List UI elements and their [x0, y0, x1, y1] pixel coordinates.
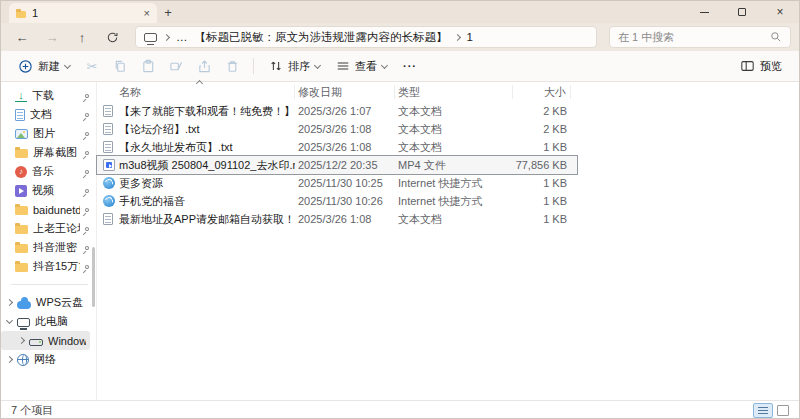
expander-icon[interactable]: [6, 299, 13, 306]
explorer-tab[interactable]: 1 ×: [9, 3, 157, 23]
file-type: MP4 文件: [395, 158, 513, 173]
file-row[interactable]: 【论坛介绍】.txt 2025/3/26 1:08 文本文档 2 KB: [97, 120, 577, 138]
minimize-button[interactable]: [685, 1, 723, 23]
item-count: 7 个项目: [11, 403, 53, 418]
sidebar-item-label: 文档: [30, 107, 80, 122]
back-button[interactable]: ←: [9, 26, 35, 48]
maximize-button[interactable]: [723, 1, 761, 23]
expander-icon[interactable]: [6, 317, 13, 324]
delete-button: [219, 54, 245, 78]
expander-icon[interactable]: [18, 337, 25, 344]
sidebar-item-this-pc[interactable]: 此电脑: [1, 312, 96, 331]
sidebar-item-network[interactable]: 网络: [1, 350, 96, 369]
file-name: 更多资源: [119, 176, 295, 191]
network-icon: [17, 354, 29, 366]
file-row[interactable]: 【永久地址发布页】.txt 2025/3/26 1:08 文本文档 1 KB: [97, 138, 577, 156]
sidebar-item-videos[interactable]: 视频: [1, 181, 96, 200]
sidebar-item-documents[interactable]: 文档: [1, 105, 96, 124]
chevron-down-icon: [314, 61, 321, 68]
breadcrumb-current[interactable]: 1: [467, 31, 473, 43]
view-toggles: [753, 403, 789, 418]
view-button[interactable]: 查看: [329, 55, 394, 78]
expander-icon[interactable]: [6, 356, 13, 363]
circle-plus-icon: [18, 59, 33, 74]
file-date: 2025/11/30 10:25: [295, 177, 395, 189]
file-row[interactable]: 手机党的福音 2025/11/30 10:26 Internet 快捷方式 1 …: [97, 192, 577, 210]
file-row[interactable]: 【来了就能下载和观看！纯免费！】.txt 2025/3/26 1:07 文本文档…: [97, 102, 577, 120]
more-options-button[interactable]: ···: [396, 56, 424, 76]
copy-button: [107, 54, 133, 78]
file-type: 文本文档: [395, 122, 513, 137]
file-list-area: 名称 修改日期 类型 大小 【来了就能下载和观看！纯免费！】.txt 2025/…: [97, 82, 799, 400]
column-header-date[interactable]: 修改日期: [295, 85, 395, 99]
sidebar-item-pictures[interactable]: 图片: [1, 124, 96, 143]
file-row[interactable]: 更多资源 2025/11/30 10:25 Internet 快捷方式 1 KB: [97, 174, 577, 192]
breadcrumb-segment[interactable]: 【标题已脱敏：原文为涉违规泄露内容的长标题】: [195, 30, 448, 45]
preview-button[interactable]: 预览: [733, 55, 789, 78]
breadcrumb-overflow[interactable]: …: [176, 31, 188, 43]
sidebar-item-baidunetdisk[interactable]: baidunetdisk: [1, 200, 96, 219]
sidebar-item-label: WPS云盘: [36, 295, 92, 310]
column-header-type[interactable]: 类型: [395, 85, 513, 99]
sidebar-item-label: 音乐: [32, 164, 80, 179]
tab-close-icon[interactable]: ×: [144, 7, 150, 19]
file-date: 2025/3/26 1:07: [295, 105, 395, 117]
new-tab-button[interactable]: +: [157, 5, 179, 23]
file-name: 【永久地址发布页】.txt: [119, 140, 295, 155]
up-button[interactable]: ↑: [69, 26, 95, 48]
pin-icon: [84, 188, 90, 194]
file-row[interactable]: 最新地址及APP请发邮箱自动获取！！！.txt 2025/3/26 1:08 文…: [97, 210, 577, 228]
maximize-icon: [738, 8, 746, 16]
sort-label: 排序: [288, 59, 310, 74]
address-bar[interactable]: … 【标题已脱敏：原文为涉违规泄露内容的长标题】 1: [135, 26, 597, 48]
search-box[interactable]: [609, 26, 791, 48]
tab-title: 1: [32, 7, 38, 19]
file-date: 2025/12/2 20:35: [295, 159, 395, 171]
sidebar-item-downloads[interactable]: ↓ 下载: [1, 86, 96, 105]
sort-icon: [269, 59, 283, 73]
sort-button[interactable]: 排序: [262, 55, 327, 78]
new-label: 新建: [38, 59, 60, 74]
rename-icon: [169, 59, 184, 74]
search-input[interactable]: [618, 31, 770, 43]
content-area: ↓ 下载 文档 图片 屏幕截图 音乐: [1, 82, 799, 400]
sidebar-item-label: 上老王论坛当: [33, 221, 80, 236]
sidebar-item-wps-cloud[interactable]: WPS云盘: [1, 293, 96, 312]
refresh-button[interactable]: [99, 26, 125, 48]
chevron-right-icon: [453, 33, 460, 40]
large-icons-view-button[interactable]: [777, 405, 789, 416]
sidebar-item-screenshots[interactable]: 屏幕截图: [1, 143, 96, 162]
new-button[interactable]: 新建: [11, 55, 77, 78]
file-type: Internet 快捷方式: [395, 176, 513, 191]
sidebar-item-label: 屏幕截图: [33, 145, 80, 160]
sidebar-item-label: baidunetdisk: [33, 204, 80, 216]
sidebar-item-folder-2[interactable]: 抖音泄密 肤迅: [1, 238, 96, 257]
close-button[interactable]: ×: [761, 1, 799, 23]
sidebar-item-music[interactable]: 音乐: [1, 162, 96, 181]
file-type: 文本文档: [395, 104, 513, 119]
cloud-icon: [17, 301, 31, 309]
chevron-down-icon: [64, 61, 71, 68]
details-view-button[interactable]: [753, 403, 773, 418]
file-date: 2025/3/26 1:08: [295, 123, 395, 135]
status-bar: 7 个项目: [1, 400, 799, 419]
file-row-selected[interactable]: m3u8视频 250804_091102_去水印.mp4 2025/12/2 2…: [97, 156, 577, 174]
column-header-size[interactable]: 大小: [513, 85, 571, 99]
sidebar-scrollbar[interactable]: [92, 247, 95, 307]
video-file-icon: [103, 159, 115, 171]
text-file-icon: [103, 213, 113, 225]
documents-icon: [15, 109, 25, 121]
trash-icon: [225, 59, 240, 74]
pin-icon: [84, 93, 90, 99]
sidebar-item-folder-1[interactable]: 上老王论坛当: [1, 219, 96, 238]
command-toolbar: 新建 ✂: [1, 51, 799, 82]
internet-shortcut-icon: [103, 195, 115, 207]
file-name: 手机党的福音: [119, 194, 295, 209]
sidebar-item-folder-3[interactable]: 抖音15万博主: [1, 257, 96, 276]
column-headers: 名称 修改日期 类型 大小: [97, 82, 799, 102]
preview-label: 预览: [760, 59, 782, 74]
pictures-icon: [15, 129, 28, 139]
sidebar-item-windows-ssd[interactable]: Windows-SSD: [1, 331, 90, 350]
file-explorer-window: 1 × + × ← → ↑ … 【标题已脱敏：原文为涉违规泄露内容的长标题】 1: [0, 0, 800, 419]
folder-icon: [15, 149, 28, 158]
